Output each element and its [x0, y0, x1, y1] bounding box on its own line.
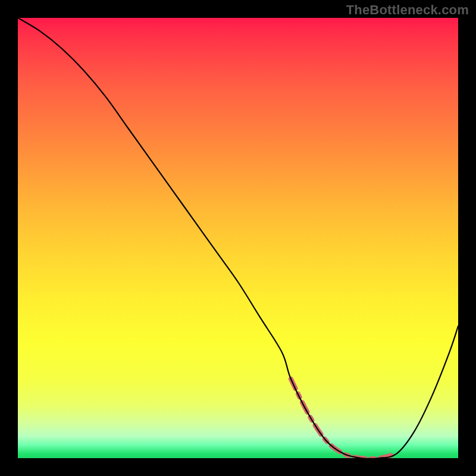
bottleneck-curve — [18, 18, 458, 458]
plot-area — [18, 18, 458, 458]
chart-stage: TheBottleneck.com — [0, 0, 476, 476]
bottleneck-curve-svg — [18, 18, 458, 458]
watermark-text: TheBottleneck.com — [346, 2, 469, 18]
valley-highlight — [291, 379, 397, 458]
